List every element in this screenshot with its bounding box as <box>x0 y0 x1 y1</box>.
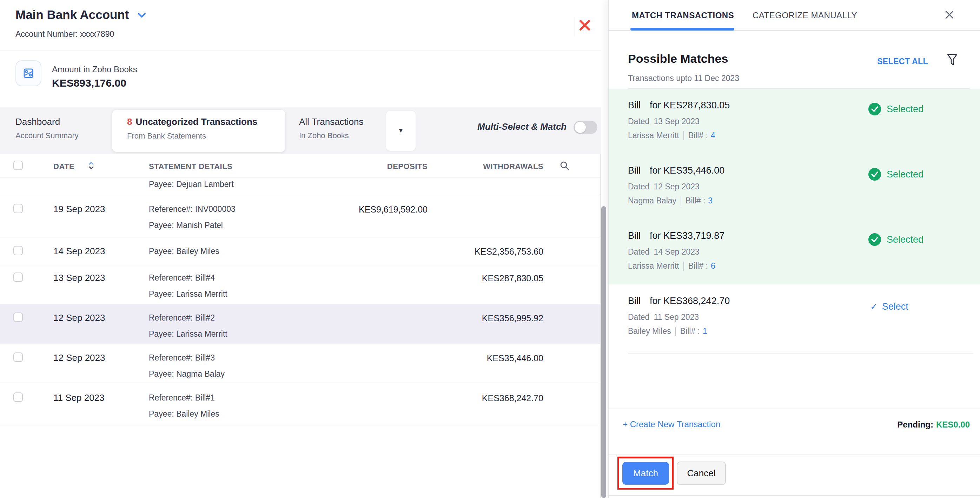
bill-number-label: Bill# : <box>688 131 708 140</box>
amount-in-books-value: KES893,176.00 <box>52 77 126 89</box>
page-title: Main Bank Account <box>16 8 129 22</box>
row-deposit-amount: KES9,619,592.00 <box>316 205 428 215</box>
tab-match-transactions[interactable]: MATCH TRANSACTIONS <box>632 11 734 21</box>
possible-matches-heading: Possible Matches <box>628 52 728 66</box>
bill-number-link[interactable]: 1 <box>703 327 707 336</box>
check-icon: ✓ <box>870 301 878 312</box>
select-all-link[interactable]: SELECT ALL <box>877 57 928 66</box>
close-panel-icon[interactable] <box>944 9 956 22</box>
tab-all-transactions[interactable]: All Transactions <box>299 116 364 127</box>
match-title: Billfor KES33,719.87 <box>628 230 724 241</box>
table-row-partial[interactable]: Payee: Dejuan Lambert <box>0 178 600 195</box>
bill-number-label: Bill# : <box>680 327 700 336</box>
row-payee: Payee: Dejuan Lambert <box>149 179 234 189</box>
table-row[interactable]: 11 Sep 2023Reference#: Bill#1Payee: Bail… <box>0 384 600 424</box>
filter-icon[interactable] <box>946 53 958 68</box>
bank-account-panel: Main Bank Account Account Number: xxxx78… <box>0 0 601 498</box>
caret-down-icon: ▼ <box>398 127 404 134</box>
vertical-scrollbar[interactable] <box>601 206 606 498</box>
match-payee-name: Nagma Balay <box>628 196 676 206</box>
row-date: 13 Sep 2023 <box>53 273 105 283</box>
divider <box>609 455 980 455</box>
match-type: Bill <box>628 230 641 241</box>
sort-icon[interactable] <box>89 161 94 172</box>
row-reference: Reference#: Bill#4 <box>149 273 215 283</box>
bill-number-label: Bill# : <box>686 196 705 206</box>
table-row[interactable]: 12 Sep 2023Reference#: Bill#2Payee: Lari… <box>0 304 600 344</box>
match-button[interactable]: Match <box>622 462 669 485</box>
row-checkbox[interactable] <box>13 352 23 362</box>
table-row[interactable]: 12 Sep 2023Reference#: Bill#3Payee: Nagm… <box>0 344 600 384</box>
row-checkbox[interactable] <box>13 312 23 322</box>
row-withdrawal-amount: KES287,830.05 <box>432 273 543 283</box>
table-row[interactable]: 19 Sep 2023Reference#: INV000003Payee: M… <box>0 195 600 238</box>
match-list: Billfor KES287,830.05Dated13 Sep 2023Lar… <box>609 89 980 354</box>
row-checkbox[interactable] <box>13 392 23 402</box>
match-amount: for KES33,719.87 <box>650 230 724 241</box>
table-row[interactable]: 13 Sep 2023Reference#: Bill#4Payee: Lari… <box>0 264 600 304</box>
bill-number-link[interactable]: 6 <box>711 261 715 271</box>
column-header-date[interactable]: DATE <box>53 162 75 171</box>
row-checkbox[interactable] <box>13 204 23 213</box>
match-item[interactable]: Billfor KES368,242.70Dated11 Sep 2023Bai… <box>609 284 980 354</box>
dated-value: 14 Sep 2023 <box>654 247 699 256</box>
match-title: Billfor KES287,830.05 <box>628 100 730 111</box>
account-chevron-down-icon[interactable] <box>138 13 146 20</box>
close-account-view-icon[interactable] <box>577 17 595 36</box>
match-item[interactable]: Billfor KES33,719.87Dated14 Sep 2023Lari… <box>609 219 980 284</box>
column-header-details: STATEMENT DETAILS <box>149 162 232 171</box>
pending-label: Pending: <box>897 420 933 429</box>
match-payee-name: Larissa Merritt <box>628 261 679 271</box>
pending-value: KES0.00 <box>936 420 970 429</box>
check-circle-icon <box>869 103 881 116</box>
match-payee-line: Larissa MerrittBill# :4 <box>628 131 715 140</box>
match-payee-name: Larissa Merritt <box>628 131 679 140</box>
selected-badge[interactable]: Selected <box>869 103 923 116</box>
search-icon[interactable] <box>560 161 570 173</box>
check-circle-icon <box>869 233 881 246</box>
tab-uncategorized-title: 8Uncategorized Transactions <box>127 116 257 127</box>
uncategorized-count-badge: 8 <box>127 116 132 127</box>
match-dated: Dated13 Sep 2023 <box>628 117 700 126</box>
match-item[interactable]: Billfor KES35,446.00Dated12 Sep 2023Nagm… <box>609 154 980 219</box>
column-header-deposits: DEPOSITS <box>351 162 428 171</box>
row-payee: Payee: Bailey Miles <box>149 247 220 256</box>
selected-badge[interactable]: Selected <box>869 233 923 246</box>
row-checkbox[interactable] <box>13 246 23 255</box>
select-all-checkbox[interactable] <box>13 161 23 170</box>
row-payee: Payee: Nagma Balay <box>149 369 224 379</box>
all-transactions-dropdown[interactable]: ▼ <box>386 111 415 151</box>
row-date: 14 Sep 2023 <box>53 246 105 257</box>
match-transactions-panel: MATCH TRANSACTIONS CATEGORIZE MANUALLY P… <box>608 0 980 498</box>
dated-label: Dated <box>628 247 649 256</box>
dated-label: Dated <box>628 117 649 126</box>
multi-select-toggle[interactable] <box>574 121 597 134</box>
tab-uncategorized-transactions[interactable]: 8Uncategorized Transactions From Bank St… <box>112 110 285 152</box>
select-action[interactable]: ✓Select <box>870 301 908 312</box>
bill-number-link[interactable]: 3 <box>708 196 713 206</box>
check-circle-icon <box>869 168 881 181</box>
row-reference: Reference#: Bill#1 <box>149 393 215 403</box>
match-payee-name: Bailey Miles <box>628 327 671 336</box>
match-item[interactable]: Billfor KES287,830.05Dated13 Sep 2023Lar… <box>609 89 980 154</box>
amount-in-books-label: Amount in Zoho Books <box>52 65 137 75</box>
dated-value: 12 Sep 2023 <box>654 182 699 191</box>
row-reference: Reference#: INV000003 <box>149 205 235 214</box>
column-header-withdrawals: WITHDRAWALS <box>467 162 543 171</box>
tab-dashboard[interactable]: Dashboard <box>16 116 60 127</box>
tab-categorize-manually[interactable]: CATEGORIZE MANUALLY <box>752 11 857 21</box>
selected-label: Selected <box>887 169 923 180</box>
cancel-button[interactable]: Cancel <box>677 462 726 485</box>
selected-badge[interactable]: Selected <box>869 168 923 181</box>
transactions-upto-label: Transactions upto 11 Dec 2023 <box>628 74 739 83</box>
match-payee-line: Nagma BalayBill# :3 <box>628 196 713 206</box>
dated-value: 13 Sep 2023 <box>654 117 699 126</box>
match-title: Billfor KES35,446.00 <box>628 165 724 176</box>
row-checkbox[interactable] <box>13 273 23 282</box>
zoho-books-icon <box>16 60 41 86</box>
match-type: Bill <box>628 100 641 111</box>
divider <box>681 197 681 206</box>
bill-number-link[interactable]: 4 <box>711 131 715 140</box>
table-row[interactable]: 14 Sep 2023Payee: Bailey MilesKES2,356,7… <box>0 238 600 264</box>
divider <box>609 409 980 409</box>
